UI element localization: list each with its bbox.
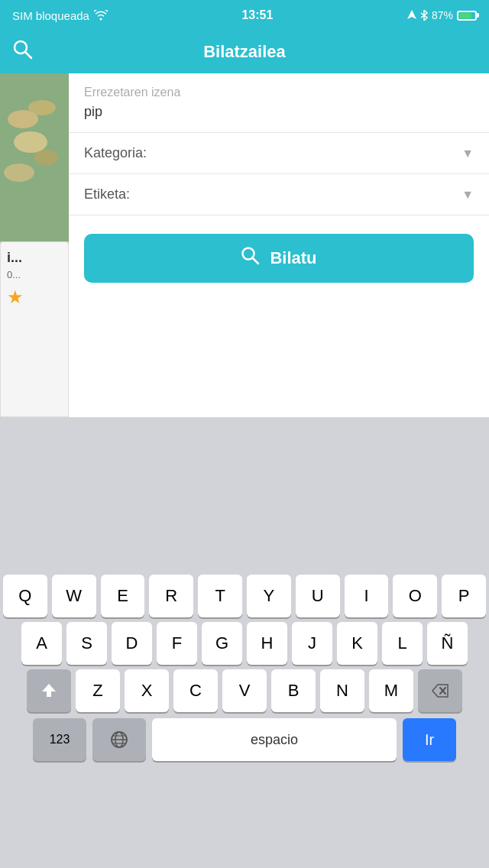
key-A[interactable]: A [21,622,62,665]
key-Z[interactable]: Z [76,669,120,712]
key-F[interactable]: F [157,622,197,665]
delete-key[interactable] [418,669,462,712]
key-N-tilde[interactable]: Ñ [427,622,468,665]
keyboard-row-3: Z X C V B N M [0,665,489,712]
keyboard: Q W E R T Y U I O P A S D F G H J K L Ñ … [0,570,489,868]
battery-icon [457,11,477,21]
shift-key[interactable] [27,669,71,712]
key-K[interactable]: K [337,622,377,665]
key-X[interactable]: X [125,669,169,712]
header-title: Bilatzailea [203,42,286,62]
key-D[interactable]: D [112,622,152,665]
key-W[interactable]: W [52,575,96,617]
status-time: 13:51 [241,8,273,22]
food-image-top [0,73,69,241]
card-preview: i... 0... ★ [0,241,69,417]
content-area: i... 0... ★ Errezetaren izena pip Katego… [0,73,489,417]
svg-rect-8 [0,73,69,241]
key-Y[interactable]: Y [247,575,291,617]
search-button-icon [241,246,261,270]
key-H[interactable]: H [247,622,287,665]
card-star: ★ [7,287,62,308]
etiketa-field-container[interactable]: Etiketa: ▼ [69,174,489,215]
status-left: SIM bloqueada [12,9,108,22]
header-search-icon[interactable] [12,39,34,66]
svg-line-10 [253,258,259,264]
name-field-container[interactable]: Errezetaren izena pip [69,73,489,133]
category-label: Kategoria: [84,145,147,161]
key-V[interactable]: V [222,669,267,712]
space-key[interactable]: espacio [152,718,397,761]
background-image-left: i... 0... ★ [0,73,69,417]
key-S[interactable]: S [66,622,107,665]
battery-percent: 87% [432,9,453,21]
key-I[interactable]: I [345,575,389,617]
card-title: i... [7,250,62,266]
key-J[interactable]: J [292,622,332,665]
key-M[interactable]: M [369,669,413,712]
keyboard-row-4: 123 espacio Ir [0,712,489,761]
key-Q[interactable]: Q [3,575,47,617]
status-bar: SIM bloqueada 13:51 87% [0,0,489,31]
form-panel: Errezetaren izena pip Kategoria: ▼ Etike… [69,73,489,417]
search-button[interactable]: Bilatu [84,234,474,283]
status-right: 87% [407,9,477,21]
key-U[interactable]: U [296,575,340,617]
key-G[interactable]: G [202,622,242,665]
search-button-label: Bilatu [270,248,316,268]
key-L[interactable]: L [382,622,423,665]
num-key[interactable]: 123 [33,718,86,761]
category-field-container[interactable]: Kategoria: ▼ [69,133,489,174]
name-field-label: Errezetaren izena [84,86,474,99]
key-E[interactable]: E [101,575,145,617]
key-B[interactable]: B [271,669,316,712]
name-field-value: pip [84,104,474,120]
key-T[interactable]: T [198,575,242,617]
go-key[interactable]: Ir [403,718,456,761]
globe-key[interactable] [92,718,146,761]
key-O[interactable]: O [393,575,437,617]
key-C[interactable]: C [173,669,218,712]
etiketa-label: Etiketa: [84,186,130,202]
key-P[interactable]: P [442,575,486,617]
carrier-label: SIM bloqueada [12,9,89,22]
bluetooth-icon [420,10,428,21]
wifi-icon [94,10,108,21]
etiketa-dropdown-arrow[interactable]: ▼ [461,188,474,202]
card-sub: 0... [7,269,62,280]
app-header: Bilatzailea [0,31,489,73]
svg-line-1 [25,52,31,58]
key-N[interactable]: N [320,669,364,712]
location-icon [407,10,416,21]
key-R[interactable]: R [149,575,193,617]
keyboard-row-2: A S D F G H J K L Ñ [0,617,489,665]
keyboard-row-1: Q W E R T Y U I O P [0,570,489,617]
category-dropdown-arrow[interactable]: ▼ [461,147,474,160]
